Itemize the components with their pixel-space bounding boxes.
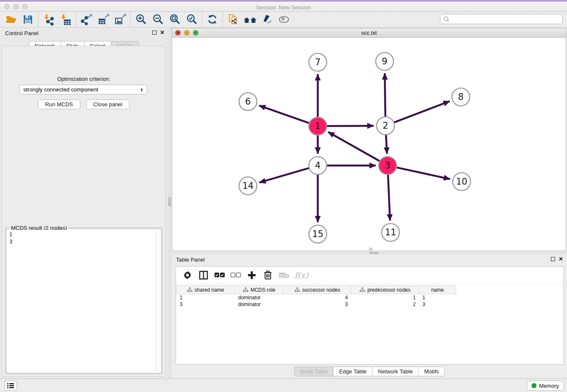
- table-cell[interactable]: 2: [351, 301, 419, 308]
- mcds-result-group: MCDS result (2 nodes) 1 3: [6, 228, 162, 374]
- function-builder-button[interactable]: f(x): [295, 270, 308, 281]
- column-layout-button[interactable]: [198, 270, 209, 281]
- list-icon: [7, 383, 14, 389]
- tab-edge-table[interactable]: Edge Table: [333, 367, 372, 376]
- status-bar: Memory: [0, 378, 567, 392]
- tab-node-table[interactable]: Node Table: [294, 367, 333, 376]
- network-frame-titlebar[interactable]: ✕ − + scc.txt: [172, 28, 566, 38]
- trash-icon: [264, 271, 272, 280]
- graph-edge-1-2[interactable]: [327, 126, 374, 126]
- network-canvas[interactable]: 7968124314101511: [172, 38, 566, 251]
- delete-table-button[interactable]: [278, 270, 289, 281]
- column-header-successor-nodes[interactable]: successor nodes: [284, 286, 351, 294]
- graph-edge-2-8[interactable]: [394, 101, 450, 122]
- export-network-button[interactable]: [78, 13, 95, 26]
- graph-node-label-8: 8: [458, 92, 463, 102]
- table-cell[interactable]: 1: [351, 294, 419, 301]
- dropdown-stepper-icon: ▲▼: [140, 88, 143, 92]
- show-hide-button[interactable]: [275, 13, 292, 26]
- graph-edge-3-1[interactable]: [328, 132, 379, 161]
- apply-style-button[interactable]: [259, 13, 275, 26]
- control-panel: Control Panel × NetworkStyleSelectMCDS O…: [0, 28, 168, 378]
- home-layout-button[interactable]: [242, 13, 259, 26]
- splitter-grip[interactable]: [168, 197, 171, 206]
- deselect-all-rows-button[interactable]: [230, 270, 241, 281]
- table-cell[interactable]: dominator: [235, 301, 284, 308]
- network-view-frame: ✕ − + scc.txt 7968124314101511: [172, 28, 566, 251]
- zoom-out-button[interactable]: [149, 13, 166, 26]
- table-cell[interactable]: dominator: [235, 294, 284, 301]
- optimization-criterion-select[interactable]: strongly connected component ▲▼: [19, 85, 147, 94]
- frame-minimize-button[interactable]: −: [184, 30, 190, 36]
- graph-node-label-1: 1: [315, 121, 320, 131]
- checked-boxes-icon: [214, 272, 225, 278]
- close-panel-icon[interactable]: ×: [160, 30, 164, 35]
- graph-edge-4-14[interactable]: [259, 168, 309, 182]
- table-panel: Table Panel ×: [172, 254, 567, 378]
- zoom-in-button[interactable]: [132, 13, 149, 26]
- control-panel-title: Control Panel: [5, 30, 39, 36]
- export-table-button[interactable]: [95, 13, 112, 26]
- search-input[interactable]: [450, 15, 562, 23]
- splitter-grip[interactable]: [369, 252, 379, 254]
- global-search[interactable]: [440, 14, 563, 24]
- zoom-fit-button[interactable]: [166, 13, 183, 26]
- graph-edge-2-3[interactable]: [386, 135, 387, 154]
- import-table-button[interactable]: [57, 13, 74, 26]
- close-panel-icon[interactable]: ×: [559, 257, 563, 261]
- graph-edge-3-10[interactable]: [396, 168, 450, 179]
- frame-maximize-button[interactable]: +: [193, 30, 198, 36]
- delete-columns-button[interactable]: [262, 270, 273, 281]
- table-cell[interactable]: 3: [419, 301, 456, 308]
- column-header-shared-name[interactable]: shared name: [176, 286, 235, 294]
- task-history-button[interactable]: [4, 381, 17, 391]
- toolbar-separator: [223, 12, 223, 27]
- float-panel-icon[interactable]: [551, 257, 555, 261]
- result-scrollbar[interactable]: [155, 230, 161, 373]
- search-icon: [443, 16, 450, 22]
- column-header-MCDS-role[interactable]: MCDS role: [235, 286, 284, 294]
- clone-network-icon: [227, 14, 239, 25]
- zoom-selected-button[interactable]: [183, 13, 200, 26]
- mcds-result-text[interactable]: 1 3: [7, 230, 155, 373]
- export-image-button[interactable]: [112, 13, 129, 26]
- optimization-criterion-label: Optimization criterion:: [2, 76, 165, 82]
- table-cell[interactable]: 4: [284, 294, 351, 301]
- open-folder-icon: [5, 14, 17, 25]
- clone-network-button[interactable]: [225, 13, 242, 26]
- column-header-predecessor-nodes[interactable]: predecessor nodes: [351, 286, 419, 294]
- window-titlebar: Session: New Session: [0, 2, 567, 12]
- table-settings-button[interactable]: [182, 270, 193, 281]
- tab-network-table[interactable]: Network Table: [372, 367, 418, 376]
- table-cell[interactable]: 1: [419, 294, 456, 301]
- frame-close-button[interactable]: ✕: [175, 30, 181, 36]
- graph-edge-1-6[interactable]: [259, 105, 309, 123]
- tab-motifs[interactable]: Motifs: [418, 367, 445, 376]
- select-all-rows-button[interactable]: [214, 270, 225, 281]
- memory-button[interactable]: Memory: [527, 381, 564, 391]
- open-file-button[interactable]: [3, 13, 19, 26]
- graph-edge-3-11[interactable]: [388, 175, 390, 221]
- dropdown-selected-value: strongly connected component: [23, 86, 140, 93]
- float-panel-icon[interactable]: [152, 30, 157, 35]
- canvas-scroll-nub[interactable]: [369, 248, 372, 250]
- add-column-button[interactable]: [246, 270, 257, 281]
- graph-edge-2-9[interactable]: [385, 73, 385, 116]
- close-panel-button[interactable]: Close panel: [86, 99, 130, 109]
- columns-icon: [199, 271, 208, 280]
- horizontal-splitter[interactable]: [172, 251, 567, 254]
- table-cell[interactable]: 3: [176, 301, 235, 308]
- table-cell[interactable]: 3: [284, 301, 351, 308]
- table-cell[interactable]: 1: [176, 294, 235, 301]
- network-graph[interactable]: 7968124314101511: [172, 38, 566, 251]
- table-row[interactable]: 3dominator323: [176, 301, 456, 308]
- table-row[interactable]: 1dominator411: [176, 294, 456, 301]
- eye-icon: [278, 14, 290, 25]
- column-header-name[interactable]: name: [419, 286, 456, 294]
- import-network-button[interactable]: [40, 13, 57, 26]
- run-mcds-button[interactable]: Run MCDS: [38, 99, 80, 109]
- refresh-view-button[interactable]: [204, 13, 221, 26]
- vertical-splitter[interactable]: [168, 28, 172, 378]
- toolbar-separator: [38, 12, 39, 27]
- save-session-button[interactable]: [19, 13, 36, 26]
